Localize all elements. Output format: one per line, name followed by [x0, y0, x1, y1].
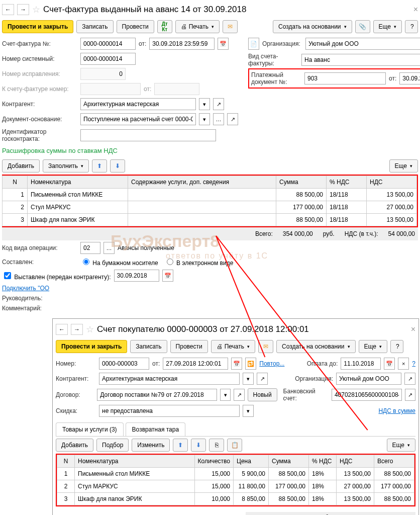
order-add-button[interactable]: Добавить [56, 439, 93, 452]
order-counterparty-dropdown[interactable]: ▾ [243, 373, 254, 385]
connect-link[interactable]: Подключить "ОО [2, 285, 49, 292]
post-button[interactable]: Провести [117, 20, 154, 33]
order-org-open[interactable]: ↗ [404, 373, 415, 385]
sub-favorite-icon[interactable]: ☆ [86, 324, 94, 335]
pay-until-help[interactable]: ? [412, 360, 415, 367]
invoice-date-input[interactable] [149, 38, 215, 50]
tab-return[interactable]: Возвратная тара [126, 422, 186, 436]
sub-nav-fwd[interactable]: → [71, 324, 83, 335]
order-copy-button[interactable] [209, 439, 224, 452]
table-row[interactable]: 1Письменный стол МИККЕ15,0005 900,0088 5… [57, 468, 414, 480]
gos-id-input[interactable] [80, 129, 216, 141]
table-more-button[interactable]: Еще [389, 159, 418, 173]
table-row[interactable]: 1Письменный стол МИККЕ88 500,0018/11813 … [3, 189, 417, 201]
sub-print-button[interactable]: Печать [211, 340, 255, 353]
order-repeat-icon[interactable]: 🔁 [245, 358, 256, 370]
move-up-button[interactable] [92, 159, 107, 173]
order-date-input[interactable] [163, 358, 228, 370]
corr-number-input [80, 68, 126, 80]
close-icon[interactable]: × [413, 5, 418, 14]
counterparty-dropdown[interactable]: ▾ [199, 98, 210, 110]
o-col-nomen: Номенклатура [75, 455, 195, 468]
basis-doc-input[interactable] [80, 113, 196, 125]
contract-open[interactable]: ↗ [234, 389, 244, 401]
new-contract-button[interactable]: Новый [248, 388, 277, 401]
invoice-number-input[interactable] [80, 38, 136, 50]
table-row[interactable]: 3Шкаф для папок ЭРИК10,0008 850,0088 500… [57, 493, 414, 505]
sub-help-button[interactable]: ? [390, 340, 403, 353]
pay-until-input[interactable] [341, 358, 381, 370]
order-counterparty-input[interactable] [99, 373, 240, 385]
issued-checkbox[interactable]: Выставлен (передан контрагенту): [2, 271, 111, 281]
counterparty-open[interactable]: ↗ [213, 98, 224, 110]
table-row[interactable]: 2Стул МАРКУС177 000,0018/11827 000,00 [3, 201, 417, 214]
fill-button[interactable]: Заполнить [43, 159, 89, 173]
nav-back[interactable]: ← [2, 4, 14, 15]
sys-number-input[interactable] [80, 53, 136, 65]
issued-date-input[interactable] [114, 270, 159, 282]
pay-until-calendar-icon[interactable]: 📅 [384, 358, 395, 370]
pay-doc-input[interactable] [304, 72, 386, 84]
vat-in-sum-link[interactable]: НДС в сумме [378, 407, 415, 414]
post-close-button[interactable]: Провести и закрыть [2, 20, 73, 33]
table-row[interactable]: 3Шкаф для папок ЭРИК88 500,0018/11813 50… [3, 214, 417, 226]
pay-until-clear[interactable]: × [398, 358, 409, 370]
save-button[interactable]: Записать [76, 20, 113, 33]
order-calendar-icon[interactable]: 📅 [231, 358, 242, 370]
order-down-button[interactable] [191, 439, 206, 452]
org-input[interactable] [305, 38, 420, 50]
basis-doc-dots[interactable]: … [213, 113, 224, 125]
order-table-more-button[interactable]: Еще [387, 439, 415, 452]
sub-post-button[interactable]: Провести [170, 340, 208, 353]
op-code-input[interactable] [80, 242, 100, 254]
tab-goods[interactable]: Товары и услуги (3) [56, 422, 124, 436]
order-up-button[interactable] [173, 439, 188, 452]
basis-doc-open[interactable]: ↗ [227, 113, 238, 125]
favorite-icon[interactable]: ☆ [32, 4, 40, 15]
nav-fwd[interactable]: → [17, 4, 29, 15]
move-down-button[interactable] [110, 159, 125, 173]
issued-calendar-icon[interactable]: 📅 [162, 270, 173, 282]
sub-more-button[interactable]: Еще [359, 340, 387, 353]
radio-electronic[interactable]: В электронном виде [164, 257, 234, 267]
order-counterparty-label: Контрагент: [56, 375, 96, 382]
order-select-button[interactable]: Подбор [96, 439, 129, 452]
table-row[interactable]: 2Стул МАРКУС15,00011 800,00177 000,0018%… [57, 480, 414, 493]
order-paste-button[interactable] [227, 439, 242, 452]
order-edit-button[interactable]: Изменить [132, 439, 170, 452]
counterparty-input[interactable] [80, 98, 196, 110]
order-number-label: Номер: [56, 360, 96, 367]
o-col-vat: НДС [337, 455, 374, 468]
org-icon[interactable]: 📄 [248, 38, 259, 50]
invoice-type-input[interactable] [301, 54, 420, 66]
pay-doc-date-input[interactable] [399, 72, 420, 84]
order-number-input[interactable] [99, 358, 149, 370]
bank-open[interactable]: ↗ [405, 389, 415, 401]
discount-dropdown[interactable]: ▾ [243, 405, 254, 417]
discount-input[interactable] [99, 405, 240, 417]
basis-doc-dropdown[interactable]: ▾ [199, 113, 210, 125]
sub-create-basis-button[interactable]: Создать на основании [276, 340, 356, 353]
order-org-input[interactable] [336, 373, 401, 385]
sub-post-close-button[interactable]: Провести и закрыть [56, 340, 127, 353]
op-code-dots[interactable]: … [103, 242, 115, 254]
radio-paper[interactable]: На бумажном носителе [80, 257, 158, 267]
dtkt-button[interactable]: ДтКт [157, 20, 172, 33]
mail-button[interactable] [223, 20, 238, 33]
repeat-link[interactable]: Повтор... [259, 360, 284, 367]
sub-save-button[interactable]: Записать [130, 340, 167, 353]
contract-input[interactable] [97, 389, 217, 401]
create-basis-button[interactable]: Создать на основании [273, 20, 352, 33]
attach-button[interactable] [355, 20, 370, 33]
print-button[interactable]: Печать [175, 20, 220, 33]
calendar-icon[interactable]: 📅 [218, 38, 229, 50]
sub-close-icon[interactable]: × [411, 325, 415, 334]
org-label: Организация: [262, 40, 302, 47]
bank-input[interactable] [332, 389, 402, 401]
order-counterparty-open[interactable]: ↗ [257, 373, 268, 385]
more-button[interactable]: Еще [373, 20, 402, 33]
contract-dropdown[interactable]: ▾ [220, 389, 231, 401]
help-button[interactable]: ? [405, 20, 418, 33]
add-row-button[interactable]: Добавить [2, 159, 40, 173]
sub-nav-back[interactable]: ← [56, 324, 68, 335]
